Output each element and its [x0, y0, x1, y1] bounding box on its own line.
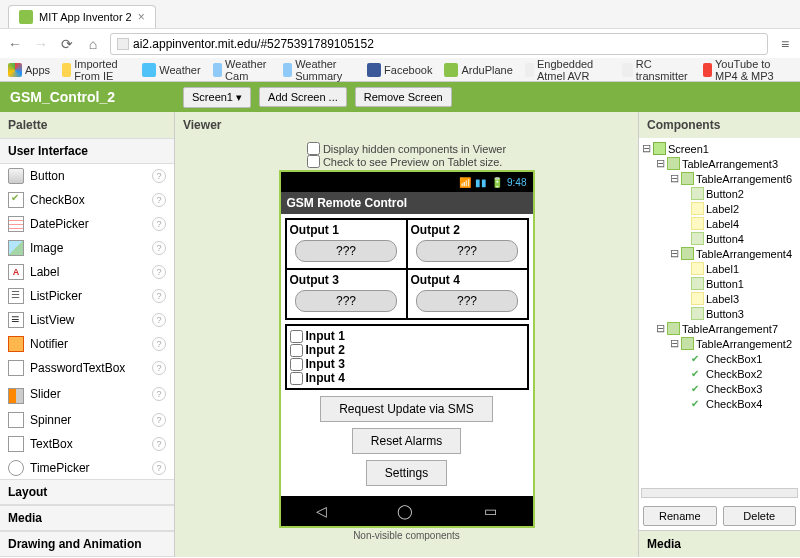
collapse-icon[interactable]: ⊟ [655, 322, 665, 335]
palette-item-timepicker[interactable]: TimePicker? [0, 456, 174, 479]
palette-item-listview[interactable]: ListView? [0, 308, 174, 332]
palette-section-media[interactable]: Media [0, 505, 174, 531]
tree-item[interactable]: Button1 [706, 278, 744, 290]
input4-checkbox[interactable]: Input 4 [290, 371, 524, 385]
tree-item[interactable]: Screen1 [668, 143, 709, 155]
help-icon[interactable]: ? [152, 241, 166, 255]
bookmark-item[interactable]: YouTube to MP4 & MP3 [703, 58, 792, 82]
bookmark-item[interactable]: Weather Cam [213, 58, 271, 82]
collapse-icon[interactable]: ⊟ [641, 142, 651, 155]
output3-button[interactable]: ??? [295, 290, 397, 312]
tree-item[interactable]: Label2 [706, 203, 739, 215]
tree-item[interactable]: TableArrangement3 [682, 158, 778, 170]
tree-item[interactable]: Label3 [706, 293, 739, 305]
request-update-button[interactable]: Request Update via SMS [320, 396, 493, 422]
palette-item-passwordtextbox[interactable]: PasswordTextBox? [0, 356, 174, 380]
tree-item[interactable]: TableArrangement4 [696, 248, 792, 260]
input2-checkbox[interactable]: Input 2 [290, 343, 524, 357]
hidden-components-checkbox[interactable]: Display hidden components in Viewer [307, 142, 506, 155]
outputs-table: Output 1??? Output 2??? Output 3??? Outp… [285, 218, 529, 320]
component-tree[interactable]: ⊟Screen1 ⊟TableArrangement3 ⊟TableArrang… [639, 138, 800, 488]
back-icon[interactable]: ← [6, 35, 24, 53]
collapse-icon[interactable]: ⊟ [669, 172, 679, 185]
palette-item-label[interactable]: ALabel? [0, 260, 174, 284]
help-icon[interactable]: ? [152, 313, 166, 327]
close-icon[interactable]: × [138, 10, 145, 24]
bookmark-item[interactable]: Engbedded Atmel AVR [525, 58, 610, 82]
palette-section-ui[interactable]: User Interface [0, 138, 174, 164]
help-icon[interactable]: ? [152, 337, 166, 351]
palette-item-slider[interactable]: Slider? [0, 380, 174, 408]
tree-item[interactable]: Button3 [706, 308, 744, 320]
url-input[interactable]: ai2.appinventor.mit.edu/#527539178910515… [110, 33, 768, 55]
apps-button[interactable]: Apps [8, 63, 50, 77]
help-icon[interactable]: ? [152, 265, 166, 279]
help-icon[interactable]: ? [152, 461, 166, 475]
palette-item-datepicker[interactable]: DatePicker? [0, 212, 174, 236]
home-icon[interactable]: ⌂ [84, 35, 102, 53]
palette-item-spinner[interactable]: Spinner? [0, 408, 174, 432]
help-icon[interactable]: ? [152, 193, 166, 207]
collapse-icon[interactable]: ⊟ [669, 337, 679, 350]
help-icon[interactable]: ? [152, 361, 166, 375]
input1-checkbox[interactable]: Input 1 [290, 329, 524, 343]
bookmark-item[interactable]: Facebook [367, 63, 432, 77]
palette-item-button[interactable]: Button? [0, 164, 174, 188]
help-icon[interactable]: ? [152, 169, 166, 183]
home-icon[interactable]: ◯ [397, 503, 413, 519]
help-icon[interactable]: ? [152, 437, 166, 451]
tree-item[interactable]: Button2 [706, 188, 744, 200]
bookmark-item[interactable]: RC transmitter [622, 58, 691, 82]
output2-button[interactable]: ??? [416, 240, 518, 262]
help-icon[interactable]: ? [152, 387, 166, 401]
palette-item-checkbox[interactable]: CheckBox? [0, 188, 174, 212]
screen-selector-button[interactable]: Screen1 ▾ [183, 87, 251, 108]
tree-item[interactable]: Label4 [706, 218, 739, 230]
palette-item-listpicker[interactable]: ListPicker? [0, 284, 174, 308]
output4-button[interactable]: ??? [416, 290, 518, 312]
palette-section-layout[interactable]: Layout [0, 479, 174, 505]
horizontal-scrollbar[interactable] [641, 488, 798, 498]
bookmark-item[interactable]: Weather [142, 63, 200, 77]
help-icon[interactable]: ? [152, 289, 166, 303]
address-bar: ← → ⟳ ⌂ ai2.appinventor.mit.edu/#5275391… [0, 28, 800, 58]
rename-button[interactable]: Rename [643, 506, 717, 526]
tree-item[interactable]: CheckBox3 [706, 383, 762, 395]
tree-item[interactable]: Label1 [706, 263, 739, 275]
help-icon[interactable]: ? [152, 413, 166, 427]
label-icon [691, 292, 704, 305]
viewer-body: Display hidden components in Viewer Chec… [175, 138, 638, 557]
help-icon[interactable]: ? [152, 217, 166, 231]
palette-section-drawing[interactable]: Drawing and Animation [0, 531, 174, 557]
palette-item-notifier[interactable]: Notifier? [0, 332, 174, 356]
bookmark-item[interactable]: Weather Summary [283, 58, 355, 82]
tree-item[interactable]: CheckBox1 [706, 353, 762, 365]
delete-button[interactable]: Delete [723, 506, 797, 526]
palette-item-image[interactable]: Image? [0, 236, 174, 260]
tree-item[interactable]: TableArrangement2 [696, 338, 792, 350]
collapse-icon[interactable]: ⊟ [669, 247, 679, 260]
input3-checkbox[interactable]: Input 3 [290, 357, 524, 371]
bookmark-item[interactable]: Imported From IE [62, 58, 130, 82]
add-screen-button[interactable]: Add Screen ... [259, 87, 347, 107]
tree-item[interactable]: CheckBox4 [706, 398, 762, 410]
bookmark-item[interactable]: ArduPlane [444, 63, 512, 77]
reload-icon[interactable]: ⟳ [58, 35, 76, 53]
menu-icon[interactable]: ≡ [776, 35, 794, 53]
tree-item[interactable]: TableArrangement6 [696, 173, 792, 185]
forward-icon[interactable]: → [32, 35, 50, 53]
phone-preview[interactable]: 📶 ▮▮ 🔋 9:48 GSM Remote Control Output 1?… [279, 170, 535, 528]
tree-item[interactable]: TableArrangement7 [682, 323, 778, 335]
tablet-preview-checkbox[interactable]: Check to see Preview on Tablet size. [307, 155, 506, 168]
palette-item-textbox[interactable]: TextBox? [0, 432, 174, 456]
tree-item[interactable]: Button4 [706, 233, 744, 245]
recents-icon[interactable]: ▭ [484, 503, 497, 519]
output1-button[interactable]: ??? [295, 240, 397, 262]
collapse-icon[interactable]: ⊟ [655, 157, 665, 170]
remove-screen-button[interactable]: Remove Screen [355, 87, 452, 107]
back-icon[interactable]: ◁ [316, 503, 327, 519]
browser-tab[interactable]: MIT App Inventor 2 × [8, 5, 156, 28]
reset-alarms-button[interactable]: Reset Alarms [352, 428, 461, 454]
settings-button[interactable]: Settings [366, 460, 447, 486]
tree-item[interactable]: CheckBox2 [706, 368, 762, 380]
